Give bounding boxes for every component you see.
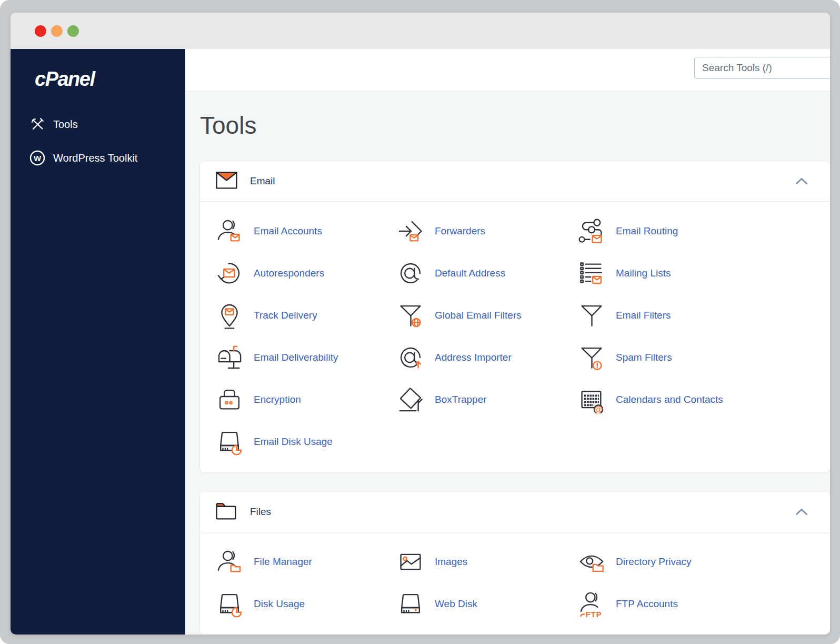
main-area: Tools Email: [185, 49, 830, 635]
tool-encryption[interactable]: Encryption: [216, 379, 397, 421]
tools-icon: [29, 116, 46, 132]
sidebar-nav: Tools W WordPress Toolkit: [11, 110, 185, 173]
section-title: Files: [250, 506, 271, 518]
envelope-icon: [216, 172, 237, 191]
page-title: Tools: [200, 111, 830, 140]
tool-label: Forwarders: [435, 225, 485, 237]
chevron-up-icon[interactable]: [795, 177, 808, 187]
tool-label: Directory Privacy: [616, 556, 692, 568]
tool-label: Email Filters: [616, 310, 671, 321]
email-disk-usage-icon: [216, 428, 243, 455]
disk-usage-icon: [216, 590, 243, 618]
section-title: Email: [250, 175, 275, 187]
section-header-files: Files: [200, 492, 830, 532]
tool-email-disk-usage[interactable]: Email Disk Usage: [216, 421, 397, 463]
tool-ftp-accounts[interactable]: FTP FTP Accounts: [578, 583, 825, 625]
tool-email-filters[interactable]: Email Filters: [578, 294, 825, 336]
tool-label: Images: [435, 556, 467, 568]
search-input[interactable]: [694, 57, 830, 79]
tool-forwarders[interactable]: Forwarders: [397, 210, 578, 252]
tool-email-routing[interactable]: Email Routing: [578, 210, 825, 252]
svg-text:@: @: [594, 404, 603, 413]
tool-label: Email Routing: [616, 225, 678, 237]
forwarders-icon: [397, 217, 424, 245]
minimize-window-button[interactable]: [51, 25, 63, 37]
spam-filters-icon: [578, 344, 605, 371]
section-card-files: Files: [200, 492, 830, 635]
tool-label: Email Disk Usage: [254, 436, 333, 448]
tool-label: BoxTrapper: [435, 394, 487, 405]
tool-label: Email Deliverability: [254, 352, 338, 363]
tool-label: FTP Accounts: [616, 598, 678, 610]
tool-email-deliverability[interactable]: Email Deliverability: [216, 336, 397, 379]
svg-text:W: W: [34, 154, 42, 163]
ftp-accounts-icon: FTP: [578, 590, 605, 618]
close-window-button[interactable]: [35, 25, 46, 37]
tool-label: Address Importer: [435, 352, 512, 363]
sidebar-item-tools[interactable]: Tools: [11, 110, 185, 139]
chevron-up-icon[interactable]: [795, 508, 808, 518]
mailing-lists-icon: [578, 260, 605, 287]
directory-privacy-icon: [578, 548, 605, 576]
email-tools-grid: Email Accounts: [200, 202, 830, 472]
tool-disk-usage[interactable]: Disk Usage: [216, 583, 397, 625]
tool-mailing-lists[interactable]: Mailing Lists: [578, 252, 825, 294]
tool-spam-filters[interactable]: Spam Filters: [578, 336, 825, 379]
tool-label: Spam Filters: [616, 352, 672, 363]
email-routing-icon: [578, 217, 605, 245]
tool-label: Global Email Filters: [435, 310, 522, 321]
default-address-icon: [397, 260, 424, 287]
address-importer-icon: [397, 344, 424, 371]
email-accounts-icon: [216, 217, 243, 245]
encryption-icon: [216, 386, 243, 413]
tool-label: Calendars and Contacts: [616, 394, 723, 405]
files-tools-grid: File Manager Images: [200, 532, 830, 635]
tool-label: Encryption: [254, 394, 301, 405]
tool-boxtrapper[interactable]: BoxTrapper: [397, 379, 578, 421]
tool-calendars-and-contacts[interactable]: @ Calendars and Contacts: [578, 379, 825, 421]
tool-directory-privacy[interactable]: Directory Privacy: [578, 541, 825, 583]
tool-label: Default Address: [435, 267, 505, 279]
sidebar: cPanel Tools: [11, 49, 185, 635]
web-disk-icon: [397, 590, 424, 618]
tool-images[interactable]: Images: [397, 541, 578, 583]
email-filters-icon: [578, 302, 605, 329]
track-delivery-icon: [216, 302, 243, 329]
tool-label: Email Accounts: [254, 225, 322, 237]
images-icon: [397, 548, 424, 576]
tool-track-delivery[interactable]: Track Delivery: [216, 294, 397, 336]
calendars-contacts-icon: @: [578, 386, 605, 413]
boxtrapper-icon: [397, 386, 424, 413]
svg-text:FTP: FTP: [586, 610, 602, 618]
section-card-email: Email: [200, 161, 830, 472]
cpanel-logo: cPanel: [35, 68, 185, 91]
sidebar-item-label: WordPress Toolkit: [53, 152, 137, 164]
tool-web-disk[interactable]: Web Disk: [397, 583, 578, 625]
file-manager-icon: [216, 548, 243, 576]
tool-default-address[interactable]: Default Address: [397, 252, 578, 294]
tool-global-email-filters[interactable]: Global Email Filters: [397, 294, 578, 336]
content: Tools Email: [185, 111, 830, 635]
tool-label: File Manager: [254, 556, 312, 568]
tool-email-accounts[interactable]: Email Accounts: [216, 210, 397, 252]
tool-autoresponders[interactable]: Autoresponders: [216, 252, 397, 294]
tool-label: Autoresponders: [254, 267, 324, 279]
sidebar-item-label: Tools: [53, 118, 78, 131]
folder-icon: [216, 502, 237, 522]
tool-file-manager[interactable]: File Manager: [216, 541, 397, 583]
section-header-email: Email: [200, 161, 830, 202]
email-deliverability-icon: [216, 344, 243, 371]
global-email-filters-icon: [397, 302, 424, 329]
tool-label: Web Disk: [435, 598, 477, 610]
sidebar-item-wordpress-toolkit[interactable]: W WordPress Toolkit: [11, 143, 185, 173]
wordpress-icon: W: [29, 150, 46, 166]
tool-address-importer[interactable]: Address Importer: [397, 336, 578, 379]
browser-window: cPanel Tools: [11, 13, 830, 635]
window-titlebar: [11, 13, 830, 49]
tool-label: Mailing Lists: [616, 267, 671, 279]
main-header: [185, 49, 830, 92]
tool-label: Disk Usage: [254, 598, 305, 610]
maximize-window-button[interactable]: [67, 25, 79, 37]
tool-label: Track Delivery: [254, 310, 317, 321]
autoresponders-icon: [216, 260, 243, 287]
